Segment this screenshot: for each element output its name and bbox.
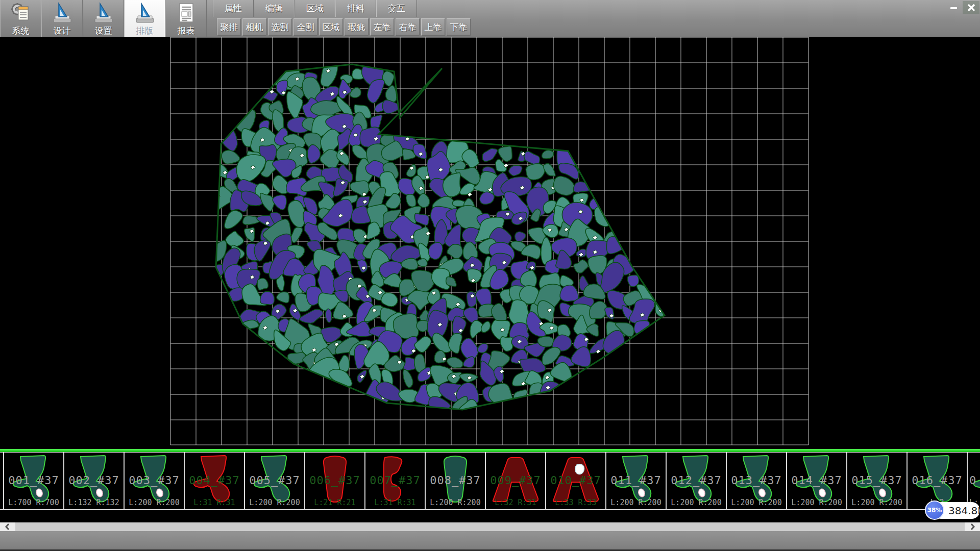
big-button-group: 系统 设计 设置 排版	[0, 0, 207, 37]
piece-id-label: 007_#37	[365, 474, 425, 487]
toolbar-button-layout[interactable]: 排版	[124, 0, 165, 37]
piece-lr-count: L:200 R:200	[847, 498, 906, 507]
toolbar-button-label: 设计	[54, 25, 71, 37]
thumbnail-009[interactable]: 009_#37 L:32 R:31	[485, 453, 545, 509]
piece-id-label: 016_#37	[908, 474, 967, 487]
piece-lr-count: L:33 R:33	[546, 498, 605, 507]
piece-lr-count: L:200 R:200	[245, 498, 304, 507]
thumbnail-003[interactable]: 003_#37 L:200 R:200	[124, 453, 184, 509]
toolbar-button-report[interactable]: 报表	[165, 0, 207, 37]
piece-id-label: 004_#37	[185, 474, 244, 487]
action-button-align-right[interactable]: 右靠	[396, 18, 420, 36]
toolbar-button-label: 报表	[178, 25, 195, 37]
action-button-select-cut[interactable]: 选割	[268, 18, 292, 36]
progress-percent-badge: 38%	[925, 500, 944, 520]
piece-id-label: 015_#37	[847, 474, 906, 487]
action-button-region[interactable]: 区域	[319, 18, 343, 36]
action-button-cluster-nest[interactable]: 聚排	[217, 18, 241, 36]
piece-lr-count: L:21 R:21	[305, 498, 364, 507]
close-icon	[966, 3, 976, 13]
toolbar-button-label: 设置	[95, 25, 112, 37]
thumbnail-001[interactable]: 001_#37 L:700 R:700	[3, 453, 63, 509]
toolbar-button-settings[interactable]: 设置	[83, 0, 124, 37]
thumbnail-013[interactable]: 013_#37 L:200 R:200	[726, 453, 786, 509]
piece-lr-count: L:31 R:31	[185, 498, 244, 507]
thumbnail-005[interactable]: 005_#37 L:200 R:200	[244, 453, 304, 509]
piece-id-label: 008_#37	[426, 474, 485, 487]
piece-id-label: 005_#37	[245, 474, 304, 487]
report-icon	[175, 2, 198, 24]
piece-lr-count: L:31 R:31	[365, 498, 425, 507]
thumbnail-008[interactable]: 008_#37 L:200 R:200	[425, 453, 485, 509]
piece-id-label: 013_#37	[727, 474, 786, 487]
nesting-canvas[interactable]	[0, 37, 980, 449]
action-button-align-left[interactable]: 左靠	[370, 18, 394, 36]
piece-lr-count: L:200 R:200	[125, 498, 184, 507]
close-button[interactable]	[963, 1, 979, 14]
piece-lr-count: L:132 R:132	[64, 498, 124, 507]
nested-pieces[interactable]	[205, 57, 668, 418]
piece-id-label: 011_#37	[606, 474, 666, 487]
set-square-icon	[133, 2, 157, 24]
piece-lr-count: L:200 R:200	[787, 498, 846, 507]
piece-id-label: 006_#37	[305, 474, 364, 487]
set-square-icon	[92, 2, 115, 24]
thumbnail-007[interactable]: 007_#37 L:31 R:31	[364, 453, 425, 509]
thumbnail-002[interactable]: 002_#37 L:132 R:132	[63, 453, 124, 509]
memory-value: 384.8M	[948, 505, 980, 517]
window-controls	[945, 1, 979, 14]
app-window: 系统 设计 设置 排版	[0, 0, 980, 551]
piece-lr-count: L:200 R:200	[606, 498, 666, 507]
toolbar-button-label: 系统	[12, 25, 30, 37]
piece-id-label: 012_#37	[667, 474, 726, 487]
menu-tab-row: 属性编辑区域排料交互	[213, 0, 417, 17]
piece-lr-count: L:200 R:200	[667, 498, 726, 507]
thumbnail-011[interactable]: 011_#37 L:200 R:200	[605, 453, 666, 509]
action-button-defect[interactable]: 瑕疵	[345, 18, 369, 36]
tab-nesting[interactable]: 排料	[335, 0, 376, 17]
piece-lr-count: L:700 R:700	[4, 498, 63, 507]
status-bar	[0, 531, 980, 549]
toolbar-button-design[interactable]: 设计	[41, 0, 83, 37]
piece-id-label: 003_#37	[125, 474, 184, 487]
action-button-camera[interactable]: 相机	[242, 18, 266, 36]
piece-lr-count: L:200 R:200	[727, 498, 786, 507]
tab-edit[interactable]: 编辑	[254, 0, 295, 17]
thumbnail-006[interactable]: 006_#37 L:21 R:21	[304, 453, 364, 509]
tab-properties[interactable]: 属性	[213, 0, 254, 17]
piece-id-label: 010_#37	[546, 474, 605, 487]
piece-id-label: 002_#37	[64, 474, 124, 487]
chevron-left-icon	[4, 522, 12, 531]
thumbnail-012[interactable]: 012_#37 L:200 R:200	[666, 453, 726, 509]
scroll-left-button[interactable]	[0, 522, 15, 531]
thumbnail-015[interactable]: 015_#37 L:200 R:200	[846, 453, 906, 509]
action-button-align-bottom[interactable]: 下靠	[447, 18, 471, 36]
set-square-icon	[51, 2, 74, 24]
piece-id-label: 001_#37	[4, 474, 63, 487]
main-toolbar: 系统 设计 设置 排版	[0, 0, 980, 37]
action-button-align-top[interactable]: 上靠	[421, 18, 445, 36]
tab-region[interactable]: 区域	[295, 0, 335, 17]
scroll-right-button[interactable]	[965, 522, 980, 531]
piece-lr-count: L:32 R:31	[486, 498, 545, 507]
thumbnail-014[interactable]: 014_#37 L:200 R:200	[786, 453, 846, 509]
thumbnail-004[interactable]: 004_#37 L:31 R:31	[184, 453, 244, 509]
piece-id-label: 0	[968, 474, 980, 487]
action-button-row: 聚排相机选割全割区域瑕疵左靠右靠上靠下靠	[217, 18, 471, 36]
piece-id-label: 014_#37	[787, 474, 846, 487]
thumbnail-010[interactable]: 010_#37 L:33 R:33	[545, 453, 605, 509]
piece-id-label: 009_#37	[486, 474, 545, 487]
progress-bubble: 38% 384.8M	[925, 500, 980, 521]
toolbar-button-system[interactable]: 系统	[0, 0, 41, 37]
chevron-right-icon	[968, 522, 976, 531]
toolbar-button-label: 排版	[136, 25, 154, 37]
tab-interaction[interactable]: 交互	[376, 0, 417, 17]
thumbnail-strip: 001_#37 L:700 R:700 002_#37 L:132 R:132 …	[0, 452, 980, 510]
piece-lr-count: L:200 R:200	[426, 498, 485, 507]
horizontal-scrollbar[interactable]	[0, 522, 980, 531]
gear-icon	[9, 2, 33, 24]
action-button-cut-all[interactable]: 全割	[293, 18, 317, 36]
minimize-button[interactable]	[945, 1, 962, 14]
minimize-icon	[949, 3, 959, 13]
